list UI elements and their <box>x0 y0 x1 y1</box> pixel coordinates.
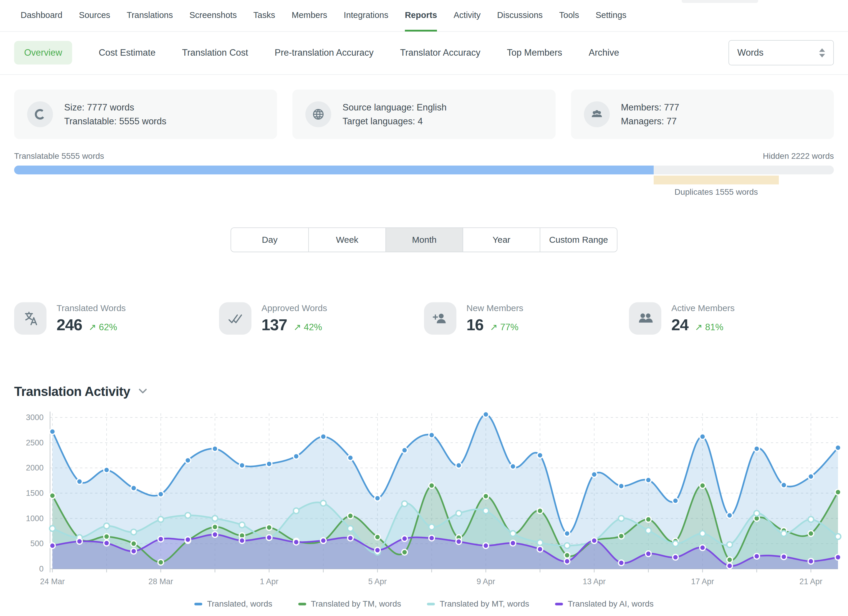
unit-select-value: Words <box>737 47 763 58</box>
nav-item-tasks[interactable]: Tasks <box>253 0 275 31</box>
top-navigation: DashboardSourcesTranslationsScreenshotsT… <box>0 0 848 32</box>
stat-icon-bubble <box>424 302 457 335</box>
stat-delta: ↗ 42% <box>294 322 322 332</box>
chart-title: Translation Activity <box>14 384 130 399</box>
nav-item-discussions[interactable]: Discussions <box>497 0 543 31</box>
words-breakdown: Translatable 5555 words Hidden 2222 word… <box>0 139 848 184</box>
nav-item-sources[interactable]: Sources <box>79 0 110 31</box>
members-icon <box>590 107 603 121</box>
people-icon <box>637 310 653 327</box>
chevron-down-icon[interactable] <box>138 387 148 396</box>
stat-delta: ↗ 77% <box>490 322 519 332</box>
stat-label: Translated Words <box>56 303 126 313</box>
svg-text:3000: 3000 <box>26 413 44 422</box>
legend-label: Translated, words <box>207 599 272 609</box>
legend-item-translated-by-tm[interactable]: Translated by TM, words <box>298 599 401 609</box>
stat-card: New Members16↗ 77% <box>424 302 629 335</box>
stat-icon-bubble <box>14 302 46 335</box>
range-tab-year[interactable]: Year <box>463 228 540 252</box>
report-tab-translation-cost[interactable]: Translation Cost <box>182 47 248 58</box>
report-tab-cost-estimate[interactable]: Cost Estimate <box>99 47 156 58</box>
legend-swatch <box>298 603 306 606</box>
double-check-icon <box>227 310 243 327</box>
stat-delta: ↗ 81% <box>695 322 723 332</box>
svg-text:24 Mar: 24 Mar <box>40 577 65 586</box>
donut-icon <box>33 107 47 121</box>
select-spinner-icon <box>819 48 825 58</box>
svg-text:17 Apr: 17 Apr <box>691 577 714 586</box>
report-tab-pre-translation-accuracy[interactable]: Pre-translation Accuracy <box>275 47 374 58</box>
project-info-cards: Size: 7777 wordsTranslatable: 5555 words… <box>0 75 848 139</box>
svg-text:2500: 2500 <box>26 438 44 447</box>
info-card-line2: Managers: 77 <box>621 114 679 128</box>
translation-activity-chart[interactable]: 05001000150020002500300024 Mar28 Mar1 Ap… <box>12 402 842 596</box>
report-tab-overview[interactable]: Overview <box>14 41 72 64</box>
nav-item-translations[interactable]: Translations <box>127 0 173 31</box>
reports-subnav: OverviewCost EstimateTranslation CostPre… <box>0 32 848 75</box>
legend-label: Translated by TM, words <box>311 599 401 609</box>
legend-swatch <box>194 603 202 606</box>
stat-delta: ↗ 62% <box>89 322 117 332</box>
legend-item-translated-by-ai[interactable]: Translated by AI, words <box>555 599 654 609</box>
info-card-line2: Translatable: 5555 words <box>64 114 166 128</box>
report-tab-archive[interactable]: Archive <box>589 47 619 58</box>
stat-value: 24 <box>672 316 688 334</box>
stat-card: Translated Words246↗ 62% <box>14 302 219 335</box>
svg-text:9 Apr: 9 Apr <box>476 577 495 586</box>
stat-value: 246 <box>56 316 82 334</box>
range-tab-day[interactable]: Day <box>231 228 308 252</box>
report-tab-translator-accuracy[interactable]: Translator Accuracy <box>400 47 480 58</box>
range-tab-month[interactable]: Month <box>385 228 463 252</box>
info-card-line2: Target languages: 4 <box>342 114 446 128</box>
legend-label: Translated by MT, words <box>440 599 529 609</box>
nav-item-screenshots[interactable]: Screenshots <box>189 0 237 31</box>
stat-label: New Members <box>466 303 523 313</box>
date-range-tabs: DayWeekMonthYearCustom Range <box>0 227 848 252</box>
stat-icon-bubble <box>219 302 252 335</box>
nav-item-members[interactable]: Members <box>292 0 328 31</box>
legend-swatch <box>427 603 435 606</box>
svg-text:2000: 2000 <box>26 463 44 472</box>
nav-item-tools[interactable]: Tools <box>559 0 579 31</box>
hidden-label: Hidden 2222 words <box>763 151 834 161</box>
nav-item-dashboard[interactable]: Dashboard <box>21 0 62 31</box>
svg-text:5 Apr: 5 Apr <box>368 577 387 586</box>
info-card: Size: 7777 wordsTranslatable: 5555 words <box>14 89 277 139</box>
svg-text:21 Apr: 21 Apr <box>799 577 822 586</box>
legend-label: Translated by AI, words <box>568 599 654 609</box>
svg-text:500: 500 <box>30 539 44 548</box>
globe-icon <box>311 107 325 121</box>
nav-item-integrations[interactable]: Integrations <box>344 0 388 31</box>
legend-item-translated[interactable]: Translated, words <box>194 599 272 609</box>
translatable-label: Translatable 5555 words <box>14 151 104 161</box>
legend-item-translated-by-mt[interactable]: Translated by MT, words <box>427 599 529 609</box>
svg-text:13 Apr: 13 Apr <box>583 577 606 586</box>
duplicates-bar-segment <box>654 175 779 184</box>
unit-select[interactable]: Words <box>728 40 834 65</box>
svg-text:1000: 1000 <box>26 514 44 523</box>
svg-text:28 Mar: 28 Mar <box>148 577 173 586</box>
info-card-line1: Size: 7777 words <box>64 101 166 114</box>
translatable-bar-segment <box>14 166 654 174</box>
svg-text:1500: 1500 <box>26 489 44 497</box>
svg-text:0: 0 <box>39 564 44 573</box>
stat-card: Active Members24↗ 81% <box>629 302 834 335</box>
nav-item-reports[interactable]: Reports <box>405 0 437 31</box>
info-card-line1: Source language: English <box>342 101 446 114</box>
translate-icon <box>22 310 39 327</box>
info-card-icon-bubble <box>27 101 53 127</box>
nav-item-activity[interactable]: Activity <box>454 0 480 31</box>
report-tab-top-members[interactable]: Top Members <box>507 47 562 58</box>
duplicates-label: Duplicates 1555 words <box>654 187 779 197</box>
svg-text:1 Apr: 1 Apr <box>260 577 278 586</box>
chart-legend: Translated, wordsTranslated by TM, words… <box>0 599 848 609</box>
stat-value: 16 <box>466 316 483 334</box>
nav-item-settings[interactable]: Settings <box>596 0 627 31</box>
info-card: Source language: EnglishTarget languages… <box>292 89 555 139</box>
range-tab-week[interactable]: Week <box>308 228 385 252</box>
info-card-icon-bubble <box>305 101 331 127</box>
words-progress-bar <box>14 166 834 174</box>
stat-label: Approved Words <box>261 303 327 313</box>
person-add-icon <box>432 310 448 327</box>
range-tab-custom-range[interactable]: Custom Range <box>540 228 617 252</box>
